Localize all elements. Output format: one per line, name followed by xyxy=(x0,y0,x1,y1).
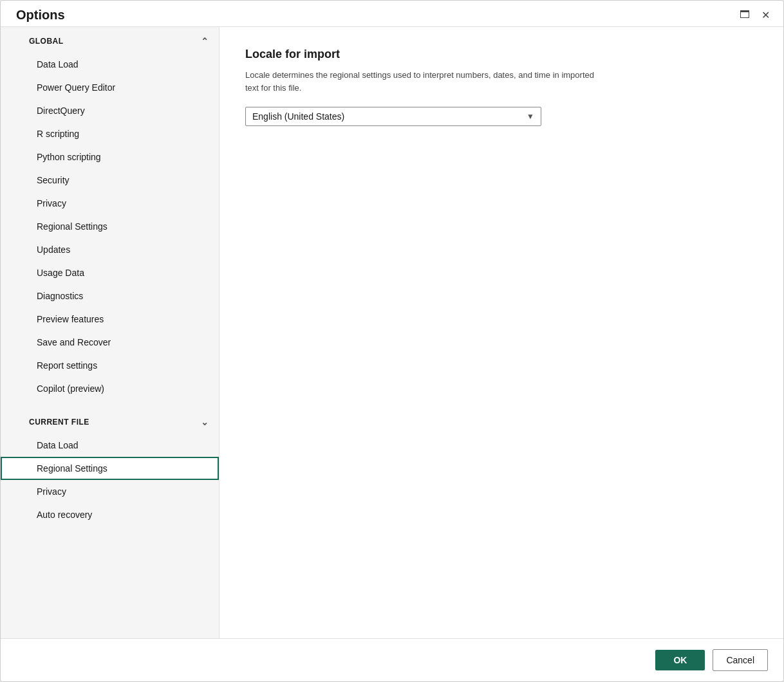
minimize-button[interactable]: 🗖 xyxy=(737,7,752,23)
global-section-header: GLOBAL ⌃ xyxy=(1,27,219,53)
title-bar: Options 🗖 ✕ xyxy=(1,1,783,26)
sidebar-item-python-scripting[interactable]: Python scripting xyxy=(1,145,219,169)
ok-button[interactable]: OK xyxy=(655,650,705,670)
description-line1: Locale determines the regional settings … xyxy=(245,70,594,80)
sidebar-item-regional-settings-current[interactable]: Regional Settings xyxy=(1,457,219,480)
sidebar-item-security[interactable]: Security xyxy=(1,169,219,192)
main-content: Locale for import Locale determines the … xyxy=(219,27,783,638)
locale-dropdown[interactable]: English (United States) ▼ xyxy=(245,107,541,126)
sidebar-item-r-scripting[interactable]: R scripting xyxy=(1,122,219,145)
sidebar-item-regional-settings-global[interactable]: Regional Settings xyxy=(1,215,219,238)
sidebar-item-save-and-recover[interactable]: Save and Recover xyxy=(1,331,219,354)
description-line2: text for this file. xyxy=(245,83,301,93)
section-divider xyxy=(1,400,219,408)
cancel-button[interactable]: Cancel xyxy=(713,649,768,671)
sidebar-item-power-query-editor[interactable]: Power Query Editor xyxy=(1,76,219,99)
title-bar-controls: 🗖 ✕ xyxy=(737,7,773,23)
content-description: Locale determines the regional settings … xyxy=(245,69,683,94)
sidebar-scroll[interactable]: GLOBAL ⌃ Data Load Power Query Editor Di… xyxy=(1,27,219,638)
sidebar: GLOBAL ⌃ Data Load Power Query Editor Di… xyxy=(1,27,219,638)
sidebar-item-data-load-global[interactable]: Data Load xyxy=(1,53,219,76)
sidebar-item-privacy[interactable]: Privacy xyxy=(1,192,219,215)
current-file-section-header: CURRENT FILE ⌄ xyxy=(1,408,219,434)
sidebar-item-privacy-current[interactable]: Privacy xyxy=(1,480,219,503)
global-section-label: GLOBAL xyxy=(29,37,64,46)
close-button[interactable]: ✕ xyxy=(758,7,773,23)
dialog-footer: OK Cancel xyxy=(1,638,783,681)
sidebar-item-direct-query[interactable]: DirectQuery xyxy=(1,99,219,122)
sidebar-item-report-settings[interactable]: Report settings xyxy=(1,354,219,377)
dialog-title: Options xyxy=(16,8,65,23)
sidebar-item-updates[interactable]: Updates xyxy=(1,238,219,261)
dialog-body: GLOBAL ⌃ Data Load Power Query Editor Di… xyxy=(1,26,783,638)
sidebar-item-preview-features[interactable]: Preview features xyxy=(1,308,219,331)
options-dialog: Options 🗖 ✕ GLOBAL ⌃ Data Load Power Que… xyxy=(0,0,784,682)
global-chevron-icon[interactable]: ⌃ xyxy=(201,36,209,46)
sidebar-item-data-load-current[interactable]: Data Load xyxy=(1,434,219,457)
sidebar-item-auto-recovery[interactable]: Auto recovery xyxy=(1,503,219,526)
sidebar-item-usage-data[interactable]: Usage Data xyxy=(1,261,219,284)
sidebar-item-diagnostics[interactable]: Diagnostics xyxy=(1,284,219,308)
current-file-chevron-icon[interactable]: ⌄ xyxy=(201,417,209,427)
sidebar-item-copilot-preview[interactable]: Copilot (preview) xyxy=(1,377,219,400)
dropdown-arrow-icon: ▼ xyxy=(527,112,534,121)
locale-value: English (United States) xyxy=(252,111,344,122)
content-title: Locale for import xyxy=(245,48,758,61)
current-file-section-label: CURRENT FILE xyxy=(29,418,89,427)
